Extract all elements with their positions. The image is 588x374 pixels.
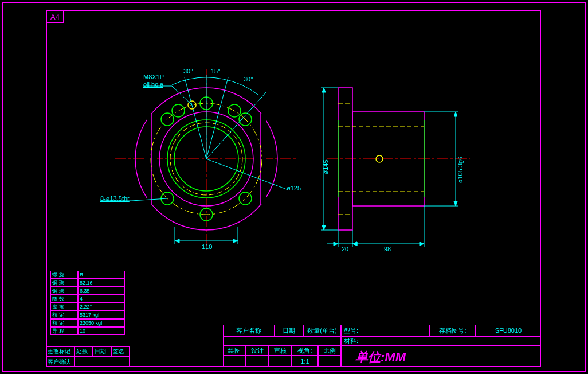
svg-marker-51 xyxy=(454,112,457,116)
tb-material: 材料: xyxy=(341,336,541,345)
rev-h1: 更改标记 xyxy=(46,346,75,357)
svg-line-23 xyxy=(185,77,206,159)
svg-marker-56 xyxy=(334,242,338,246)
param-label: 摩 擦 xyxy=(50,303,78,311)
angle-3: 30° xyxy=(244,76,253,83)
tb-r4-5 xyxy=(318,356,341,367)
param-value: 10 xyxy=(78,327,125,335)
oil-hole-label: oil hole xyxy=(143,81,163,88)
param-value: 22050 kgf xyxy=(78,319,125,327)
tb-archive-label: 存档图号: xyxy=(430,325,476,336)
oil-hole-spec: M8X1P xyxy=(143,73,164,80)
tb-customer-label: 客户名称 xyxy=(223,325,275,336)
tb-r4-3 xyxy=(269,356,292,367)
param-value: 5317 kgf xyxy=(78,311,125,319)
tb-check: 审核 xyxy=(269,345,292,356)
dim-20: 20 xyxy=(342,246,348,252)
param-label: 圈 数 xyxy=(50,295,78,303)
svg-line-24 xyxy=(206,159,287,189)
tb-r2-left xyxy=(223,336,341,345)
dim-110: 110 xyxy=(202,243,212,250)
unit-label: 单位:MM xyxy=(355,349,406,366)
dim-105: ø105.3g6 xyxy=(457,157,464,183)
svg-marker-32 xyxy=(175,239,179,243)
tb-scale-label: 比例 xyxy=(318,345,341,356)
svg-point-13 xyxy=(239,192,252,205)
svg-marker-47 xyxy=(322,225,326,230)
tb-qty-label: 数量(单台) xyxy=(303,325,341,336)
tb-r4-1 xyxy=(223,356,246,367)
rev-h3: 日期 xyxy=(93,346,111,357)
tb-r4-2 xyxy=(246,356,269,367)
tb-scale: 1:1 xyxy=(292,356,318,367)
svg-marker-61 xyxy=(420,242,424,246)
svg-marker-46 xyxy=(322,88,326,92)
param-value: 2.22° xyxy=(78,303,125,311)
angle-1: 30° xyxy=(183,68,193,75)
rev-c2 xyxy=(75,357,130,367)
param-value: 6.35 xyxy=(78,287,125,295)
param-label: 钢 珠 xyxy=(50,279,78,287)
svg-marker-52 xyxy=(454,201,457,206)
param-label: 导 程 xyxy=(50,327,78,335)
tb-date-label: 日期 xyxy=(275,325,303,336)
svg-point-18 xyxy=(172,104,185,117)
angle-2: 15° xyxy=(211,68,221,75)
param-value: 4 xyxy=(78,295,125,303)
tb-view: 视角: xyxy=(292,345,318,356)
hole-callout: 8-ø13.5thr xyxy=(100,195,130,202)
dim-98: 98 xyxy=(384,246,391,252)
param-value: R xyxy=(78,271,125,279)
param-label: 额 定 xyxy=(50,319,78,327)
bolt-circle-dia: ø125 xyxy=(287,185,301,192)
tb-archive-no: SFU8010 xyxy=(476,325,541,336)
tb-design: 设计 xyxy=(246,345,269,356)
svg-marker-33 xyxy=(233,239,238,243)
param-value: 82.16 xyxy=(78,279,125,287)
tb-draw: 绘图 xyxy=(223,345,246,356)
param-label: 钢 珠 xyxy=(50,287,78,295)
rev-h4: 签名 xyxy=(111,346,130,357)
tb-model-label: 型号: xyxy=(341,325,430,336)
param-label: 额 定 xyxy=(50,311,78,319)
rev-h5: 客户确认 xyxy=(46,357,75,367)
rev-h2: 处数 xyxy=(75,346,93,357)
svg-marker-60 xyxy=(352,242,357,246)
dim-145: ø145 xyxy=(322,159,329,174)
param-label: 螺 旋 xyxy=(50,271,78,279)
